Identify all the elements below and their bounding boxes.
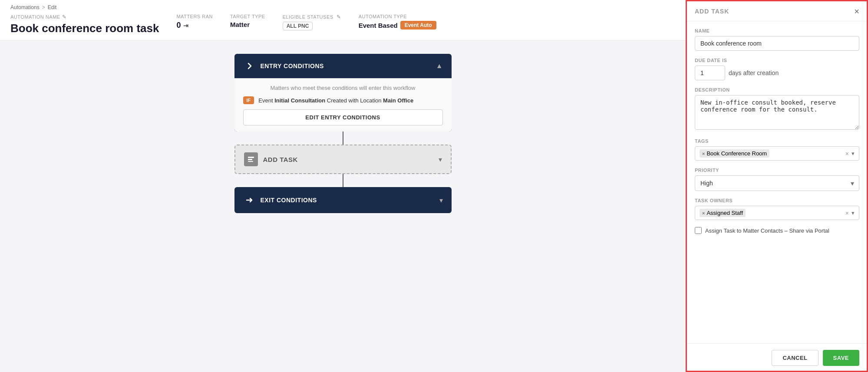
assign-contacts-label: Assign Task to Matter Contacts – Share v… (705, 227, 829, 234)
priority-select[interactable]: Low Medium High Urgent (695, 175, 859, 191)
due-date-input[interactable] (695, 66, 725, 80)
tags-chevron-icon[interactable]: ▾ (851, 150, 855, 157)
panel-footer: CANCEL SAVE (686, 343, 868, 372)
target-type-value: Matter (230, 21, 265, 28)
entry-conditions-icon (243, 60, 255, 72)
connector-1 (343, 132, 343, 145)
edit-automation-name-icon[interactable]: ✎ (62, 14, 67, 20)
due-date-label: DUE DATE IS (695, 58, 859, 63)
automation-name-section: AUTOMATION NAME ✎ Book conference room t… (10, 14, 159, 35)
owner-item: × Assigned Staff (700, 209, 746, 217)
add-task-panel: ADD TASK × NAME DUE DATE IS days after c… (686, 0, 868, 372)
save-button[interactable]: SAVE (823, 350, 859, 366)
entry-conditions-chevron-icon[interactable]: ▲ (436, 62, 443, 70)
exit-conditions-label: EXIT CONDITIONS (261, 197, 317, 204)
condition-hint: Matters who meet these conditions will e… (243, 85, 443, 91)
main-area: Automations > Edit AUTOMATION NAME ✎ Boo… (0, 0, 686, 372)
svg-rect-2 (248, 161, 253, 162)
exit-conditions-icon (243, 194, 255, 206)
cancel-button[interactable]: CANCEL (772, 350, 818, 366)
automation-type-stat: AUTOMATION TYPE Event Based Event Auto (359, 14, 436, 30)
eligible-statuses-badge: ALL PNC (283, 22, 313, 30)
breadcrumb-parent[interactable]: Automations (10, 4, 40, 10)
task-owners-label: TASK OWNERS (695, 198, 859, 203)
exit-conditions-chevron-icon[interactable]: ▾ (439, 196, 443, 204)
add-task-label: ADD TASK (263, 156, 298, 163)
matters-ran-arrow-icon[interactable]: ⇥ (183, 22, 188, 29)
entry-conditions-header: ENTRY CONDITIONS ▲ (234, 54, 452, 78)
if-badge: IF (243, 96, 254, 104)
automation-type-label: AUTOMATION TYPE (359, 14, 436, 19)
owner-remove-icon[interactable]: × (702, 211, 705, 216)
exit-conditions-node: EXIT CONDITIONS ▾ (234, 187, 452, 213)
entry-conditions-body: Matters who meet these conditions will e… (234, 78, 452, 132)
task-owners-select[interactable]: × Assigned Staff × ▾ (695, 206, 859, 220)
owner-label: Assigned Staff (706, 210, 743, 216)
target-type-label: TARGET TYPE (230, 14, 265, 19)
eligible-statuses-label: ELIGIBLE STATUSES ✎ (283, 14, 341, 20)
tags-field-group: TAGS × Book Conference Room × ▾ (695, 138, 859, 161)
condition-row: IF Event Initial Consultation Created wi… (243, 96, 443, 104)
edit-conditions-button[interactable]: EDIT ENTRY CONDITIONS (243, 109, 443, 125)
add-task-node[interactable]: ADD TASK ▾ (234, 145, 452, 174)
tag-label: Book Conference Room (706, 150, 767, 157)
name-field-group: NAME (695, 28, 859, 51)
tag-item: × Book Conference Room (700, 149, 769, 158)
automation-name-label: AUTOMATION NAME ✎ (10, 14, 159, 20)
tags-select[interactable]: × Book Conference Room × ▾ (695, 146, 859, 161)
eligible-statuses-stat: ELIGIBLE STATUSES ✎ ALL PNC (283, 14, 341, 30)
eligible-statuses-value: ALL PNC (283, 22, 341, 30)
priority-select-wrapper: Low Medium High Urgent (695, 175, 859, 191)
condition-text: Event Initial Consultation Created with … (258, 97, 413, 104)
svg-rect-0 (248, 157, 254, 158)
entry-conditions-label: ENTRY CONDITIONS (261, 63, 324, 69)
breadcrumb: Automations > Edit (10, 4, 675, 10)
workflow: ENTRY CONDITIONS ▲ Matters who meet thes… (234, 54, 452, 213)
target-type-stat: TARGET TYPE Matter (230, 14, 265, 28)
automation-type-value: Event Based Event Auto (359, 21, 436, 30)
entry-conditions-node: ENTRY CONDITIONS ▲ Matters who meet thes… (234, 54, 452, 132)
assign-contacts-checkbox[interactable] (695, 227, 702, 234)
description-field-group: DESCRIPTION New in-office consult booked… (695, 87, 859, 132)
assign-contacts-row: Assign Task to Matter Contacts – Share v… (695, 227, 859, 234)
add-task-icon (244, 152, 258, 166)
workflow-canvas: ENTRY CONDITIONS ▲ Matters who meet thes… (0, 41, 686, 372)
matters-ran-value: 0 ⇥ (176, 21, 213, 30)
priority-field-group: PRIORITY Low Medium High Urgent (695, 168, 859, 191)
connector-2 (343, 174, 343, 187)
panel-header: ADD TASK × (686, 0, 868, 21)
svg-rect-1 (248, 159, 252, 160)
owners-chevron-icon[interactable]: ▾ (851, 210, 855, 216)
automation-title: Book conference room task (10, 22, 159, 35)
tag-remove-icon[interactable]: × (702, 151, 705, 156)
description-textarea[interactable]: New in-office consult booked, reserve co… (695, 95, 859, 130)
matters-ran-stat: MATTERS RAN 0 ⇥ (176, 14, 213, 30)
tags-label: TAGS (695, 138, 859, 144)
name-label: NAME (695, 28, 859, 33)
due-date-field-group: DUE DATE IS days after creation (695, 58, 859, 80)
automation-meta: AUTOMATION NAME ✎ Book conference room t… (10, 14, 675, 40)
breadcrumb-separator: > (42, 4, 45, 10)
top-bar: Automations > Edit AUTOMATION NAME ✎ Boo… (0, 0, 686, 41)
owners-clear-icon[interactable]: × (845, 210, 849, 217)
description-label: DESCRIPTION (695, 87, 859, 92)
priority-label: PRIORITY (695, 168, 859, 173)
name-input[interactable] (695, 36, 859, 51)
breadcrumb-current: Edit (48, 4, 57, 10)
edit-statuses-icon[interactable]: ✎ (337, 14, 341, 20)
automation-type-badge: Event Auto (400, 21, 436, 30)
panel-title: ADD TASK (695, 8, 729, 15)
due-date-suffix: days after creation (729, 69, 779, 76)
task-owners-field-group: TASK OWNERS × Assigned Staff × ▾ (695, 198, 859, 220)
add-task-chevron-icon: ▾ (439, 155, 442, 164)
panel-close-button[interactable]: × (854, 7, 859, 16)
matters-ran-label: MATTERS RAN (176, 14, 213, 19)
tags-clear-icon[interactable]: × (845, 150, 849, 157)
panel-body: NAME DUE DATE IS days after creation DES… (686, 21, 868, 343)
